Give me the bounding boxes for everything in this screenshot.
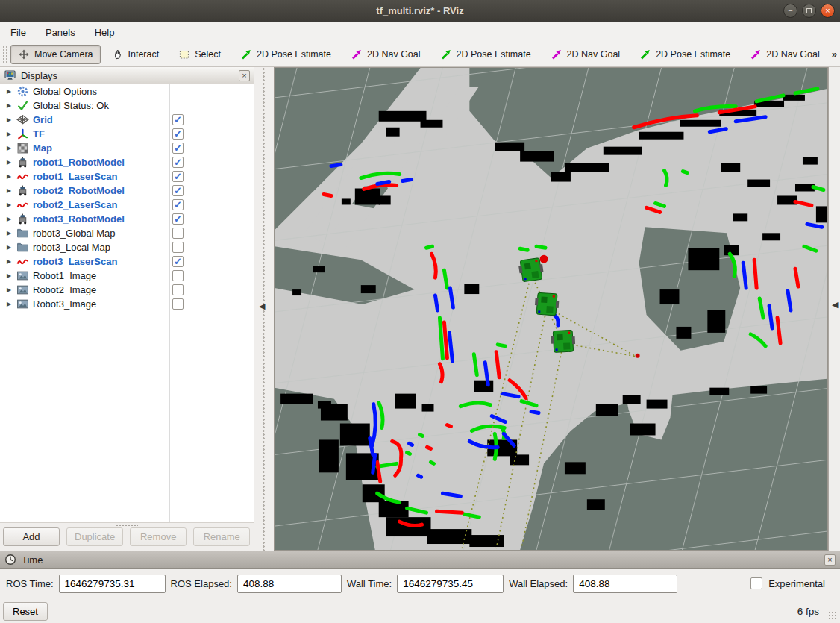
display-enabled-checkbox[interactable]: ✓ [172,114,184,125]
expand-arrow-icon[interactable]: ▶ [4,159,13,166]
display-row-robot3-image[interactable]: ▶Robot3_Image [0,297,254,311]
reset-button[interactable]: Reset [3,602,48,621]
right-panel-splitter[interactable]: ◀ [828,67,840,551]
expand-arrow-icon[interactable]: ▶ [4,145,13,151]
displays-close-button[interactable]: × [239,70,250,81]
display-row-label: robot3_Global Map [33,228,116,239]
expand-arrow-icon[interactable]: ▶ [4,131,13,137]
tool-2d-pose-estimate[interactable]: 2D Pose Estimate [233,45,339,64]
display-enabled-checkbox[interactable] [172,242,184,253]
duplicate-button[interactable]: Duplicate [66,527,123,546]
displays-tree: ▶Global Options▶Global Status: Ok▶Grid✓▶… [0,84,254,522]
splitter-collapse-left-icon[interactable]: ◀ [259,301,265,311]
time-panel-header[interactable]: Time × [0,551,840,569]
expand-arrow-icon[interactable]: ▶ [4,230,13,237]
display-enabled-checkbox[interactable]: ✓ [172,157,184,168]
ros-time-input[interactable] [59,575,166,593]
expand-arrow-icon[interactable]: ▶ [4,201,13,208]
time-close-button[interactable]: × [824,554,836,566]
display-row-robot3-robotmodel[interactable]: ▶robot3_RobotModel✓ [0,212,254,226]
expand-arrow-icon[interactable]: ▶ [4,258,13,265]
menu-help[interactable]: Help [92,25,118,40]
display-row-grid[interactable]: ▶Grid✓ [0,113,254,127]
display-row-robot3-local-map[interactable]: ▶robot3_Local Map [0,240,254,254]
magenta-arrow-icon [750,48,762,60]
display-enabled-checkbox[interactable]: ✓ [172,199,184,210]
expand-arrow-icon[interactable]: ▶ [4,272,13,279]
display-row-robot1-laserscan[interactable]: ▶robot1_LaserScan✓ [0,169,254,184]
expand-arrow-icon[interactable]: ▶ [4,88,13,95]
display-row-global-status-ok[interactable]: ▶Global Status: Ok [0,98,254,113]
tool-move-camera[interactable]: Move Camera [10,45,101,64]
expand-arrow-icon[interactable]: ▶ [4,187,13,194]
laser-icon [16,170,29,183]
display-enabled-checkbox[interactable]: ✓ [172,185,184,196]
expand-arrow-icon[interactable]: ▶ [4,287,13,293]
window-title: tf_multi.rviz* - RViz [376,5,463,16]
expand-arrow-icon[interactable]: ▶ [4,102,13,109]
display-enabled-checkbox[interactable] [172,228,184,239]
ros-elapsed-input[interactable] [237,575,342,593]
time-panel-title: Time [22,554,43,566]
minimize-button[interactable]: − [783,4,797,18]
tool-2d-nav-goal[interactable]: 2D Nav Goal [742,45,827,64]
display-row-map[interactable]: ▶Map✓ [0,141,254,155]
main-area: Displays × ▶Global Options▶Global Status… [0,67,840,551]
menu-panels[interactable]: Panels [43,25,78,40]
maximize-button[interactable] [802,4,816,18]
tool-2d-nav-goal[interactable]: 2D Nav Goal [343,45,428,64]
rename-button[interactable]: Rename [193,527,250,546]
expand-arrow-icon[interactable]: ▶ [4,116,13,123]
display-row-robot3-laserscan[interactable]: ▶robot3_LaserScan✓ [0,254,254,269]
display-row-robot2-robotmodel[interactable]: ▶robot2_RobotModel✓ [0,184,254,198]
display-enabled-checkbox[interactable]: ✓ [172,256,184,267]
display-row-label: Grid [33,114,53,125]
wall-elapsed-input[interactable] [573,575,677,593]
toolbar-overflow-chevron[interactable]: » [832,48,840,60]
display-row-label: robot1_LaserScan [33,171,117,182]
displays-buttons-row: AddDuplicateRemoveRename [0,522,254,551]
display-enabled-checkbox[interactable]: ✓ [172,171,184,182]
expand-arrow-icon[interactable]: ▶ [4,244,13,251]
wall-time-input[interactable] [397,575,504,593]
display-row-robot1-robotmodel[interactable]: ▶robot1_RobotModel✓ [0,155,254,169]
remove-button[interactable]: Remove [130,527,187,546]
add-button[interactable]: Add [3,527,60,546]
tool-2d-pose-estimate[interactable]: 2D Pose Estimate [433,45,539,64]
display-enabled-checkbox[interactable] [172,270,184,281]
display-row-label: robot2_RobotModel [33,185,125,196]
window-resize-grip[interactable] [828,611,838,621]
tool-label: 2D Nav Goal [367,49,421,60]
expand-arrow-icon[interactable]: ▶ [4,173,13,180]
display-row-tf[interactable]: ▶TF✓ [0,127,254,141]
display-enabled-checkbox[interactable]: ✓ [172,143,184,154]
expand-arrow-icon[interactable]: ▶ [4,301,13,307]
tool-2d-nav-goal[interactable]: 2D Nav Goal [543,45,628,64]
display-enabled-checkbox[interactable]: ✓ [172,128,184,140]
display-row-robot2-image[interactable]: ▶Robot2_Image [0,283,254,297]
tool-interact[interactable]: Interact [105,45,167,64]
tool-select[interactable]: Select [171,45,228,64]
occupancy-map-render [275,68,827,550]
display-enabled-checkbox[interactable] [172,284,184,295]
display-row-label: Robot2_Image [33,284,96,295]
toolbar-drag-handle[interactable] [2,46,7,63]
display-row-label: robot3_LaserScan [33,256,117,267]
menu-file[interactable]: File [7,25,29,40]
display-enabled-checkbox[interactable]: ✓ [172,213,184,225]
display-enabled-checkbox[interactable] [172,298,184,310]
close-button[interactable]: × [821,4,835,18]
render-viewport-3d[interactable] [274,67,828,551]
title-bar[interactable]: tf_multi.rviz* - RViz − × [0,0,840,22]
display-row-label: robot3_RobotModel [33,213,125,225]
expand-arrow-icon[interactable]: ▶ [4,216,13,222]
display-row-robot1-image[interactable]: ▶Robot1_Image [0,269,254,283]
display-row-robot3-global-map[interactable]: ▶robot3_Global Map [0,226,254,240]
experimental-checkbox[interactable] [750,577,762,589]
splitter-collapse-right-icon[interactable]: ◀ [832,300,838,310]
displays-panel-header[interactable]: Displays × [0,67,254,84]
panel-splitter[interactable]: ◀ [254,67,274,551]
display-row-global-options[interactable]: ▶Global Options [0,84,254,98]
display-row-robot2-laserscan[interactable]: ▶robot2_LaserScan✓ [0,198,254,212]
tool-2d-pose-estimate[interactable]: 2D Pose Estimate [632,45,738,64]
